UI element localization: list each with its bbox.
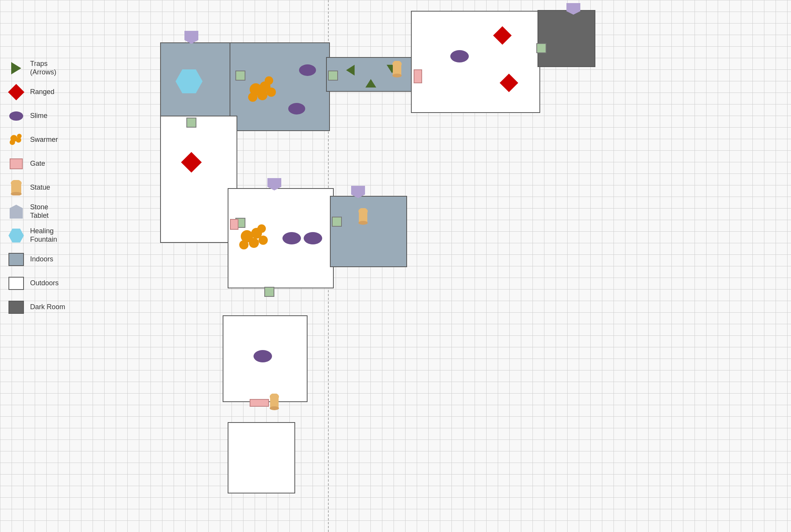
statue-icon (8, 179, 25, 196)
fountain-top-left (176, 69, 203, 93)
outdoors-icon (8, 275, 25, 292)
legend-label-outdoors: Outdoors (30, 279, 59, 288)
ranged-top-right-1 (493, 26, 512, 45)
legend-item-dark-room: Dark Room (8, 299, 65, 316)
ranged-top-right-2 (500, 74, 518, 92)
legend-item-statue: Statue (8, 179, 65, 196)
svg-point-9 (257, 90, 267, 100)
svg-point-2 (10, 140, 15, 145)
legend-item-gate: Gate (8, 155, 65, 172)
room-mid-center (228, 188, 334, 288)
svg-rect-14 (393, 64, 401, 75)
legend-label-indoors: Indoors (30, 255, 53, 264)
room-mid-right-small (330, 196, 407, 267)
svg-point-10 (267, 88, 276, 97)
legend-label-healing-fountain: Healing Fountain (30, 227, 57, 244)
statue-corridor (392, 61, 402, 79)
svg-point-24 (358, 221, 368, 225)
connector-mid-bottom (264, 287, 274, 297)
indoors-icon (8, 251, 25, 268)
map-area (0, 0, 791, 532)
legend-label-traps: Traps (Arrows) (30, 60, 56, 76)
legend-label-ranged: Ranged (30, 88, 54, 96)
legend: Traps (Arrows) Ranged Slime Swarmer (8, 60, 65, 316)
trap-corridor-1 (346, 65, 355, 76)
ranged-mid-left (181, 152, 202, 173)
statue-bottom-center (269, 394, 280, 412)
door-notch-top-left-top (184, 31, 198, 44)
svg-rect-23 (359, 211, 367, 222)
legend-item-stone-tablet: Stone Tablet (8, 203, 65, 220)
svg-point-18 (249, 238, 259, 248)
slime-mid-center-2 (304, 232, 322, 244)
slime-top-center-2 (288, 103, 305, 114)
legend-label-slime: Slime (30, 112, 47, 120)
svg-point-15 (392, 74, 402, 77)
gate-mid-left-center (230, 219, 238, 230)
stone-tablet-icon (8, 203, 25, 220)
room-bottom-small (228, 422, 295, 493)
svg-rect-26 (270, 397, 279, 407)
slime-bottom-center (254, 350, 272, 362)
gate-bottom-center (250, 399, 269, 407)
connector-top-left-mid (186, 118, 196, 128)
connector-top-left-center (235, 71, 245, 81)
ranged-icon (8, 84, 25, 101)
trap-corridor-2 (365, 79, 376, 88)
legend-item-indoors: Indoors (8, 251, 65, 268)
slime-icon (8, 108, 25, 125)
svg-point-3 (17, 134, 22, 138)
legend-item-traps: Traps (Arrows) (8, 60, 65, 77)
legend-label-dark-room: Dark Room (30, 303, 65, 311)
healing-fountain-icon (8, 227, 25, 244)
legend-item-healing-fountain: Healing Fountain (8, 227, 65, 244)
legend-item-outdoors: Outdoors (8, 275, 65, 292)
legend-label-statue: Statue (30, 184, 50, 192)
svg-point-19 (259, 236, 268, 245)
svg-point-21 (257, 224, 266, 233)
room-top-left (160, 42, 237, 120)
legend-item-ranged: Ranged (8, 84, 65, 101)
svg-point-12 (265, 76, 273, 85)
room-bottom-center (223, 315, 308, 402)
dark-room-icon (8, 299, 25, 316)
room-top-center (230, 42, 330, 131)
svg-point-27 (270, 406, 279, 410)
legend-label-gate: Gate (30, 160, 45, 168)
room-dark-corner (537, 10, 595, 67)
connector-top-center-corridor (328, 71, 338, 81)
gate-corridor-right (414, 69, 422, 83)
slime-top-center-1 (299, 64, 316, 76)
swarmer-icon (8, 131, 25, 148)
room-top-corridor (326, 57, 417, 92)
connector-mid-center-right (332, 217, 342, 227)
statue-mid-right (358, 208, 368, 227)
gate-icon (8, 155, 25, 172)
legend-item-swarmer: Swarmer (8, 131, 65, 148)
swarmer-group-top-center (245, 72, 284, 108)
svg-point-11 (248, 93, 257, 102)
room-mid-left-outdoor (160, 116, 237, 243)
trap-arrow-icon (8, 60, 25, 77)
legend-item-slime: Slime (8, 108, 65, 125)
slime-mid-center-1 (282, 232, 301, 244)
legend-label-swarmer: Swarmer (30, 136, 58, 144)
room-top-right-large (411, 11, 540, 113)
slime-top-right (450, 50, 469, 62)
legend-label-stone-tablet: Stone Tablet (30, 203, 49, 220)
connector-large-dark (536, 43, 546, 53)
svg-point-20 (239, 240, 248, 249)
